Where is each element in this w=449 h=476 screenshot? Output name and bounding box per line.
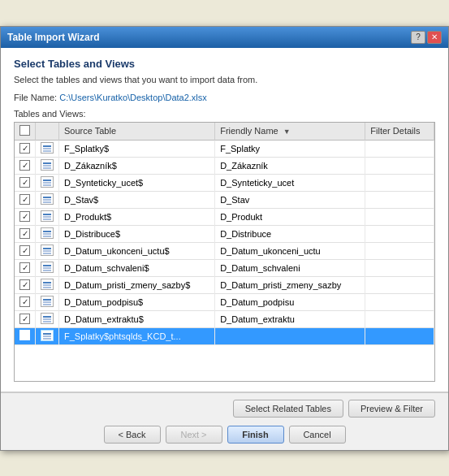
row-checkbox[interactable] — [19, 330, 30, 340]
cancel-button[interactable]: Cancel — [289, 426, 346, 444]
tables-label: Tables and Views: — [14, 109, 435, 119]
row-icon-cell — [36, 191, 59, 208]
table-row[interactable]: D_Distribuce$D_Distribuce — [15, 225, 434, 242]
table-icon — [41, 159, 54, 171]
filter-details-cell — [365, 157, 434, 174]
table-icon — [41, 244, 54, 256]
row-checkbox[interactable] — [19, 262, 30, 273]
file-path: C:\Users\Kuratko\Desktop\Data2.xlsx — [59, 93, 207, 102]
row-checkbox[interactable] — [19, 245, 30, 256]
col-checkbox — [15, 123, 36, 141]
table-icon — [41, 330, 54, 341]
row-checkbox[interactable] — [19, 314, 30, 324]
bottom-bar: Select Related Tables Preview & Filter <… — [1, 392, 448, 450]
table-icon — [41, 193, 54, 205]
row-checkbox[interactable] — [19, 143, 30, 154]
table-row[interactable]: D_Datum_ukonceni_uctu$D_Datum_ukonceni_u… — [15, 242, 434, 259]
title-bar: Table Import Wizard ? ✕ — [1, 27, 448, 48]
col-icon — [36, 123, 59, 141]
file-label: File Name: — [14, 93, 57, 102]
source-table-cell: D_Datum_pristi_zmeny_sazby$ — [59, 276, 215, 293]
col-filter-details: Filter Details — [365, 123, 434, 141]
row-checkbox-cell — [15, 242, 36, 259]
filter-details-cell — [365, 259, 434, 276]
main-content: Select Tables and Views Select the table… — [1, 48, 448, 392]
preview-filter-button[interactable]: Preview & Filter — [348, 400, 435, 418]
next-button[interactable]: Next > — [166, 426, 222, 444]
source-table-cell: D_Stav$ — [59, 191, 215, 208]
row-icon-cell — [36, 310, 59, 327]
table-row[interactable]: D_Zákazník$D_Zákazník — [15, 157, 434, 174]
row-icon-cell — [36, 259, 59, 276]
sort-arrow: ▼ — [283, 128, 291, 136]
filter-details-cell — [365, 242, 434, 259]
filter-details-cell — [365, 208, 434, 225]
row-checkbox-cell — [15, 208, 36, 225]
section-title: Select Tables and Views — [14, 58, 435, 70]
table-icon — [41, 296, 54, 307]
select-related-button[interactable]: Select Related Tables — [233, 400, 343, 418]
row-checkbox[interactable] — [19, 228, 30, 239]
friendly-name-cell: D_Distribuce — [215, 225, 365, 242]
filter-details-cell — [365, 293, 434, 310]
section-description: Select the tables and views that you wan… — [14, 75, 435, 84]
header-checkbox[interactable] — [19, 125, 30, 136]
row-icon-cell — [36, 327, 59, 344]
title-bar-buttons: ? ✕ — [411, 31, 442, 44]
col-source-table[interactable]: Source Table — [59, 123, 215, 141]
friendly-name-cell: D_Datum_podpisu — [215, 293, 365, 310]
table-icon — [41, 227, 54, 239]
finish-button[interactable]: Finish — [227, 426, 284, 444]
row-checkbox[interactable] — [19, 177, 30, 188]
table-row[interactable]: D_Stav$D_Stav — [15, 191, 434, 208]
row-checkbox[interactable] — [19, 296, 30, 307]
table-row[interactable]: D_Datum_podpisu$D_Datum_podpisu — [15, 293, 434, 310]
table-row[interactable]: D_Datum_schvaleni$D_Datum_schvaleni — [15, 259, 434, 276]
col-friendly-name[interactable]: Friendly Name ▼ — [215, 123, 365, 141]
filter-details-cell — [365, 310, 434, 327]
filter-details-cell — [365, 276, 434, 293]
table-row[interactable]: D_Synteticky_ucet$D_Synteticky_ucet — [15, 174, 434, 191]
row-icon-cell — [36, 242, 59, 259]
row-checkbox[interactable] — [19, 211, 30, 222]
row-checkbox-cell — [15, 157, 36, 174]
table-container[interactable]: Source Table Friendly Name ▼ Filter Deta… — [14, 122, 435, 382]
row-icon-cell — [36, 208, 59, 225]
bottom-button-row: < Back Next > Finish Cancel — [14, 426, 435, 444]
table-icon — [41, 262, 54, 273]
row-icon-cell — [36, 225, 59, 242]
close-button[interactable]: ✕ — [427, 31, 442, 44]
table-body: F_Splatky$F_SplatkyD_Zákazník$D_Zákazník… — [15, 140, 434, 344]
wizard-window: Table Import Wizard ? ✕ Select Tables an… — [0, 26, 449, 451]
friendly-name-cell: D_Synteticky_ucet — [215, 174, 365, 191]
friendly-name-cell: D_Datum_pristi_zmeny_sazby — [215, 276, 365, 293]
help-button[interactable]: ? — [411, 31, 425, 44]
row-checkbox-cell — [15, 174, 36, 191]
friendly-name-cell — [215, 327, 365, 344]
row-checkbox[interactable] — [19, 160, 30, 171]
table-icon — [41, 313, 54, 324]
table-row[interactable]: D_Datum_pristi_zmeny_sazby$D_Datum_prist… — [15, 276, 434, 293]
tables-list: Source Table Friendly Name ▼ Filter Deta… — [15, 123, 434, 345]
friendly-name-cell: D_Datum_ukonceni_uctu — [215, 242, 365, 259]
back-button[interactable]: < Back — [104, 426, 161, 444]
filter-details-cell — [365, 225, 434, 242]
table-icon — [41, 279, 54, 290]
row-icon-cell — [36, 140, 59, 157]
table-row[interactable]: D_Datum_extraktu$D_Datum_extraktu — [15, 310, 434, 327]
table-row[interactable]: F_Splatky$F_Splatky — [15, 140, 434, 157]
source-table-cell: D_Distribuce$ — [59, 225, 215, 242]
row-checkbox-cell — [15, 191, 36, 208]
table-row[interactable]: F_Splatky$phtsqlds_KCD_t... — [15, 327, 434, 344]
table-row[interactable]: D_Produkt$D_Produkt — [15, 208, 434, 225]
row-checkbox[interactable] — [19, 279, 30, 290]
friendly-name-cell: D_Zákazník — [215, 157, 365, 174]
row-icon-cell — [36, 293, 59, 310]
source-table-cell: F_Splatky$phtsqlds_KCD_t... — [59, 327, 215, 344]
row-checkbox[interactable] — [19, 194, 30, 205]
row-checkbox-cell — [15, 310, 36, 327]
friendly-name-cell: D_Datum_extraktu — [215, 310, 365, 327]
window-title: Table Import Wizard — [7, 32, 100, 43]
table-icon — [41, 142, 54, 154]
source-table-cell: D_Datum_extraktu$ — [59, 310, 215, 327]
